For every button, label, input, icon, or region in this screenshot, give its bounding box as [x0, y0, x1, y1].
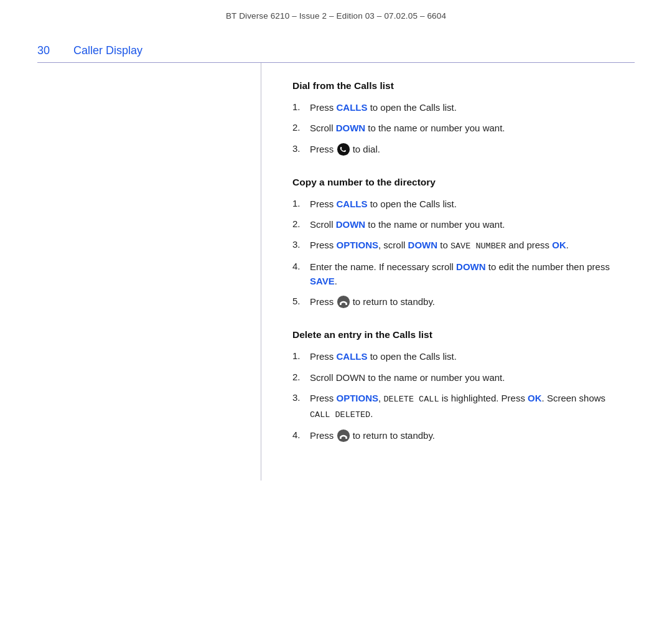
- delete-step-4-text: Press to return to standby.: [310, 428, 610, 443]
- ok-keyword-2: OK: [528, 393, 542, 403]
- copy-step-3: 3. Press OPTIONS, scroll DOWN to SAVE NU…: [292, 238, 610, 253]
- chapter-number: 30: [37, 44, 62, 57]
- down-keyword-4: DOWN: [456, 261, 486, 272]
- end-call-icon-1: [337, 295, 350, 309]
- dial-step-2-num: 2.: [292, 121, 310, 135]
- delete-step-4-num: 4.: [292, 428, 310, 443]
- svg-rect-3: [345, 303, 347, 306]
- page-container: BT Diverse 6210 – Issue 2 – Edition 03 –…: [0, 0, 672, 638]
- copy-step-4-num: 4.: [292, 260, 310, 274]
- section-copy-number: Copy a number to the directory 1. Press …: [292, 177, 610, 310]
- dial-steps: 1. Press CALLS to open the Calls list. 2…: [292, 100, 610, 157]
- chapter-header: 30 Caller Display: [0, 27, 672, 57]
- copy-step-3-text: Press OPTIONS, scroll DOWN to SAVE NUMBE…: [310, 238, 610, 253]
- copy-step-5: 5. Press to return to standby.: [292, 294, 610, 309]
- svg-rect-2: [340, 303, 342, 306]
- delete-step-4: 4. Press to return to standby.: [292, 428, 610, 443]
- copy-step-1-num: 1.: [292, 197, 310, 211]
- svg-rect-6: [345, 436, 347, 439]
- copy-step-2: 2. Scroll DOWN to the name or number you…: [292, 217, 610, 232]
- down-keyword-3: DOWN: [408, 240, 438, 250]
- svg-point-0: [337, 143, 349, 155]
- header-text: BT Diverse 6210 – Issue 2 – Edition 03 –…: [226, 11, 446, 21]
- calls-keyword-1: CALLS: [337, 102, 368, 113]
- dial-step-3-text: Press to dial.: [310, 142, 610, 157]
- options-keyword-1: OPTIONS: [337, 240, 379, 250]
- copy-step-1-text: Press CALLS to open the Calls list.: [310, 197, 610, 211]
- options-keyword-2: OPTIONS: [337, 393, 379, 403]
- calls-keyword-2: CALLS: [337, 199, 368, 209]
- delete-step-3-text: Press OPTIONS, DELETE CALL is highlighte…: [310, 391, 610, 422]
- copy-step-5-num: 5.: [292, 294, 310, 309]
- delete-step-1-text: Press CALLS to open the Calls list.: [310, 349, 610, 364]
- call-handset-icon: [337, 143, 350, 156]
- delete-steps: 1. Press CALLS to open the Calls list. 2…: [292, 349, 610, 443]
- calls-keyword-3: CALLS: [337, 351, 368, 362]
- dial-step-3: 3. Press to dial.: [292, 142, 610, 157]
- dial-step-2: 2. Scroll DOWN to the name or number you…: [292, 121, 610, 135]
- chapter-title: Caller Display: [73, 44, 142, 57]
- delete-step-1: 1. Press CALLS to open the Calls list.: [292, 349, 610, 364]
- ok-keyword-1: OK: [552, 240, 566, 250]
- dial-step-2-text: Scroll DOWN to the name or number you wa…: [310, 121, 610, 135]
- save-keyword: SAVE: [310, 276, 335, 286]
- section-dial-title: Dial from the Calls list: [292, 80, 610, 91]
- svg-rect-5: [340, 436, 342, 439]
- delete-step-2-text: Scroll DOWN to the name or number you wa…: [310, 370, 610, 385]
- copy-step-3-num: 3.: [292, 238, 310, 252]
- section-delete-entry: Delete an entry in the Calls list 1. Pre…: [292, 329, 610, 443]
- copy-step-4-text: Enter the name. If necessary scroll DOWN…: [310, 260, 610, 289]
- delete-call-mono: DELETE CALL: [383, 395, 439, 404]
- end-call-icon-2: [337, 429, 350, 443]
- copy-step-2-num: 2.: [292, 217, 310, 232]
- section-copy-title: Copy a number to the directory: [292, 177, 610, 188]
- dial-step-1: 1. Press CALLS to open the Calls list.: [292, 100, 610, 115]
- right-column: Dial from the Calls list 1. Press CALLS …: [261, 63, 635, 481]
- page-header: BT Diverse 6210 – Issue 2 – Edition 03 –…: [0, 0, 672, 27]
- dial-step-3-num: 3.: [292, 142, 310, 156]
- down-keyword-2: DOWN: [336, 219, 366, 230]
- down-keyword-1: DOWN: [336, 123, 366, 133]
- copy-step-4: 4. Enter the name. If necessary scroll D…: [292, 260, 610, 289]
- section-dial-calls: Dial from the Calls list 1. Press CALLS …: [292, 80, 610, 157]
- save-number-mono: SAVE NUMBER: [450, 242, 506, 251]
- left-column: [37, 63, 261, 481]
- copy-step-5-text: Press to return to standby.: [310, 294, 610, 309]
- copy-step-1: 1. Press CALLS to open the Calls list.: [292, 197, 610, 211]
- delete-step-3-num: 3.: [292, 391, 310, 405]
- copy-step-2-text: Scroll DOWN to the name or number you wa…: [310, 217, 610, 232]
- section-delete-title: Delete an entry in the Calls list: [292, 329, 610, 340]
- dial-step-1-num: 1.: [292, 100, 310, 115]
- dial-step-1-text: Press CALLS to open the Calls list.: [310, 100, 610, 115]
- copy-steps: 1. Press CALLS to open the Calls list. 2…: [292, 197, 610, 310]
- delete-step-3: 3. Press OPTIONS, DELETE CALL is highlig…: [292, 391, 610, 422]
- delete-step-1-num: 1.: [292, 349, 310, 364]
- delete-step-2: 2. Scroll DOWN to the name or number you…: [292, 370, 610, 385]
- call-deleted-mono: CALL DELETED: [310, 410, 370, 420]
- delete-step-2-num: 2.: [292, 370, 310, 385]
- content-area: Dial from the Calls list 1. Press CALLS …: [37, 63, 635, 481]
